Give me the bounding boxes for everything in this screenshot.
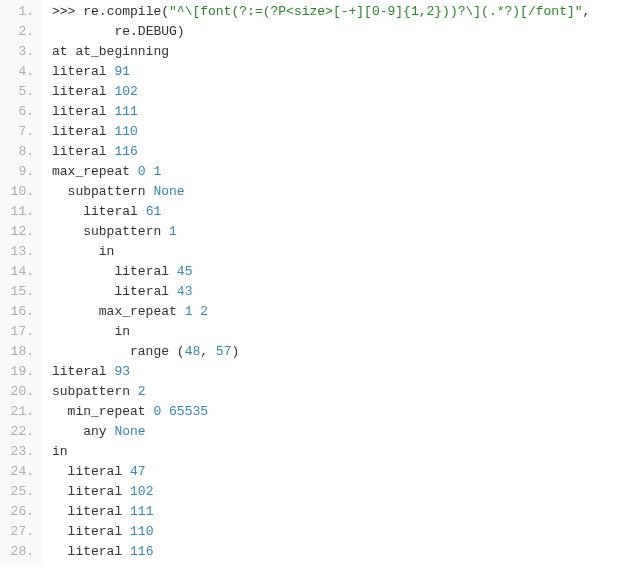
code-token: in — [52, 444, 68, 459]
line-number: 13. — [0, 242, 34, 262]
code-token: , — [583, 4, 591, 19]
code-token: literal — [68, 504, 130, 519]
code-token: 116 — [130, 544, 153, 559]
line-number: 3. — [0, 42, 34, 62]
code-token: 110 — [130, 524, 153, 539]
code-token — [52, 304, 99, 319]
code-token: . — [130, 24, 138, 39]
code-line: subpattern 1 — [52, 222, 590, 242]
code-line: literal 47 — [52, 462, 590, 482]
code-line: literal 110 — [52, 122, 590, 142]
line-number: 7. — [0, 122, 34, 142]
code-token: at at_beginning — [52, 44, 169, 59]
code-token — [52, 244, 99, 259]
code-token: 65535 — [169, 404, 208, 419]
code-token: 1 — [153, 164, 161, 179]
code-token — [52, 184, 68, 199]
code-token — [52, 504, 68, 519]
code-line: range (48, 57) — [52, 342, 590, 362]
code-token: literal — [52, 104, 114, 119]
code-token: re — [83, 4, 99, 19]
code-token: 0 — [138, 164, 146, 179]
code-token — [52, 544, 68, 559]
code-token — [52, 284, 114, 299]
code-block: 1.2.3.4.5.6.7.8.9.10.11.12.13.14.15.16.1… — [0, 0, 629, 564]
line-number: 10. — [0, 182, 34, 202]
code-token: range — [130, 344, 177, 359]
code-token: 2 — [200, 304, 208, 319]
code-token: literal — [68, 484, 130, 499]
code-token: in — [99, 244, 115, 259]
code-token: "^\[font(?:=(?P<size>[-+][0-9]{1,2}))?\]… — [169, 4, 582, 19]
code-token: max_repeat — [99, 304, 185, 319]
code-line: literal 102 — [52, 482, 590, 502]
code-token: literal — [52, 364, 114, 379]
code-token — [52, 424, 83, 439]
code-line: subpattern 2 — [52, 382, 590, 402]
code-token: max_repeat — [52, 164, 138, 179]
line-number: 21. — [0, 402, 34, 422]
code-token: literal — [52, 144, 114, 159]
code-token: subpattern — [68, 184, 154, 199]
line-number: 8. — [0, 142, 34, 162]
code-token — [52, 404, 68, 419]
line-number: 14. — [0, 262, 34, 282]
line-number: 12. — [0, 222, 34, 242]
line-number: 16. — [0, 302, 34, 322]
code-token — [52, 464, 68, 479]
code-token: literal — [114, 264, 176, 279]
code-token: ) — [231, 344, 239, 359]
code-token: 43 — [177, 284, 193, 299]
code-token: 93 — [114, 364, 130, 379]
line-number: 4. — [0, 62, 34, 82]
code-token — [52, 224, 83, 239]
code-token: ( — [161, 4, 169, 19]
code-line: literal 61 — [52, 202, 590, 222]
code-token — [52, 524, 68, 539]
code-token: 48 — [185, 344, 201, 359]
line-number: 24. — [0, 462, 34, 482]
code-token — [52, 484, 68, 499]
code-token: any — [83, 424, 114, 439]
code-token: . — [99, 4, 107, 19]
line-number: 19. — [0, 362, 34, 382]
line-number: 27. — [0, 522, 34, 542]
line-number: 18. — [0, 342, 34, 362]
line-number: 28. — [0, 542, 34, 562]
code-line: literal 43 — [52, 282, 590, 302]
line-number: 6. — [0, 102, 34, 122]
code-token: literal — [68, 544, 130, 559]
code-token — [161, 404, 169, 419]
code-line: literal 45 — [52, 262, 590, 282]
code-token: subpattern — [52, 384, 138, 399]
code-token: 116 — [114, 144, 137, 159]
code-token: 111 — [114, 104, 137, 119]
line-number: 20. — [0, 382, 34, 402]
code-token — [52, 344, 130, 359]
code-token: 102 — [130, 484, 153, 499]
line-number: 9. — [0, 162, 34, 182]
line-number: 25. — [0, 482, 34, 502]
code-line: subpattern None — [52, 182, 590, 202]
code-line: any None — [52, 422, 590, 442]
code-line: min_repeat 0 65535 — [52, 402, 590, 422]
line-number-gutter: 1.2.3.4.5.6.7.8.9.10.11.12.13.14.15.16.1… — [0, 0, 42, 564]
code-line: >>> re.compile("^\[font(?:=(?P<size>[-+]… — [52, 2, 590, 22]
code-token — [52, 24, 114, 39]
code-token: re — [114, 24, 130, 39]
code-token: literal — [68, 524, 130, 539]
code-token — [52, 264, 114, 279]
code-token: ( — [177, 344, 185, 359]
code-content: >>> re.compile("^\[font(?:=(?P<size>[-+]… — [42, 0, 590, 564]
code-token: in — [114, 324, 130, 339]
code-line: literal 91 — [52, 62, 590, 82]
code-token: , — [200, 344, 216, 359]
code-token: literal — [83, 204, 145, 219]
code-token: 91 — [114, 64, 130, 79]
code-token — [52, 204, 83, 219]
line-number: 11. — [0, 202, 34, 222]
code-token: literal — [52, 64, 114, 79]
code-line: literal 93 — [52, 362, 590, 382]
code-token — [52, 324, 114, 339]
code-token: None — [114, 424, 145, 439]
